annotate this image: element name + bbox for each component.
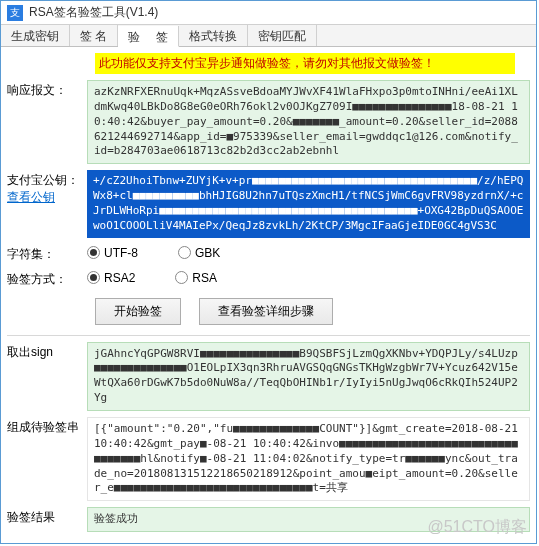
window-title: RSA签名验签工具(V1.4) (29, 4, 158, 21)
view-key-link[interactable]: 查看公钥 (7, 189, 87, 206)
radio-rsa2[interactable]: RSA2 (87, 271, 135, 285)
titlebar: 支 RSA签名验签工具(V1.4) (1, 1, 536, 25)
label-alipay-key: 支付宝公钥： (7, 173, 79, 187)
label-extract-sign: 取出sign (7, 342, 87, 361)
watermark: @51CTO博客 (427, 517, 527, 538)
radio-utf8[interactable]: UTF-8 (87, 246, 138, 260)
radio-dot-icon (175, 271, 188, 284)
label-pending-string: 组成待验签串 (7, 417, 87, 436)
tab-verify[interactable]: 验 签 (118, 26, 178, 47)
response-text-box[interactable]: azKzNRFXERnuUqk+MqzASsveBdoaMYJWvXF41Wla… (87, 80, 530, 164)
tab-bar: 生成密钥 签 名 验 签 格式转换 密钥匹配 (1, 25, 536, 47)
tab-format[interactable]: 格式转换 (179, 25, 248, 46)
label-response: 响应报文： (7, 80, 87, 99)
tab-sign[interactable]: 签 名 (70, 25, 118, 46)
radio-gbk[interactable]: GBK (178, 246, 220, 260)
app-icon: 支 (7, 5, 23, 21)
view-detail-button[interactable]: 查看验签详细步骤 (199, 298, 333, 325)
notice-banner: 此功能仅支持支付宝异步通知做验签，请勿对其他报文做验签！ (95, 53, 515, 74)
radio-rsa[interactable]: RSA (175, 271, 217, 285)
alipay-key-box[interactable]: +/cZ2UhoiTbnw+ZUYjK+v+pr■■■■■■■■■■■■■■■■… (87, 170, 530, 237)
radio-dot-icon (87, 271, 100, 284)
tab-key-match[interactable]: 密钥匹配 (248, 25, 317, 46)
label-result: 验签结果 (7, 507, 87, 526)
radio-dot-icon (87, 246, 100, 259)
radio-dot-icon (178, 246, 191, 259)
start-verify-button[interactable]: 开始验签 (95, 298, 181, 325)
label-verify-method: 验签方式： (7, 269, 87, 288)
pending-string-box[interactable]: [{"amount":"0.20","fu■■■■■■■■■■■■■COUNT"… (87, 417, 530, 501)
label-charset: 字符集： (7, 244, 87, 263)
extract-sign-box[interactable]: jGAhncYqGPGW8RVI■■■■■■■■■■■■■■■B9QSBFSjL… (87, 342, 530, 411)
tab-generate-key[interactable]: 生成密钥 (1, 25, 70, 46)
